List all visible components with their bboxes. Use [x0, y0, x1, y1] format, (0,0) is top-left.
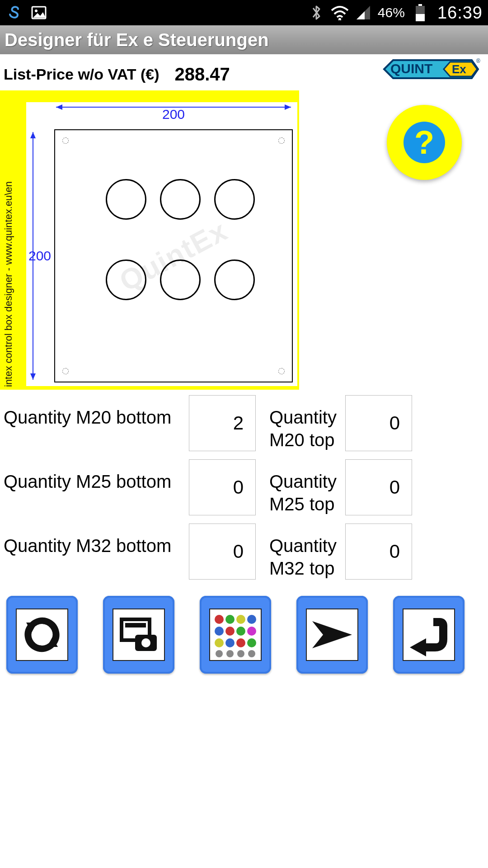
- wifi-icon: [331, 4, 349, 22]
- diagram-frame: intex control box designer - www.quintex…: [0, 90, 299, 390]
- svg-point-19: [236, 615, 245, 624]
- gland-hole: [106, 179, 146, 220]
- svg-point-23: [236, 627, 245, 636]
- svg-point-30: [226, 650, 234, 657]
- svg-marker-33: [312, 621, 352, 648]
- gland-hole: [214, 259, 255, 300]
- battery-percent: 46%: [378, 5, 405, 20]
- components-icon: [209, 609, 262, 661]
- svg-point-27: [236, 638, 245, 647]
- label-m25-bottom: Quantity M25 bottom: [4, 459, 189, 493]
- gland-hole: [214, 179, 255, 220]
- input-m25-top[interactable]: 0: [345, 459, 412, 515]
- label-m20-bottom: Quantity M20 bottom: [4, 395, 189, 429]
- svg-point-18: [225, 615, 235, 624]
- dimension-left: 200: [26, 129, 53, 382]
- back-button[interactable]: [393, 596, 465, 674]
- send-icon: [306, 609, 358, 661]
- help-button[interactable]: ?: [387, 105, 462, 180]
- svg-point-22: [225, 627, 235, 636]
- help-icon: ?: [404, 122, 445, 163]
- screenshot-button[interactable]: [103, 596, 174, 674]
- signal-icon: [354, 4, 372, 22]
- price-value: 288.47: [174, 64, 230, 85]
- svg-point-1: [35, 9, 38, 12]
- label-m25-top: Quantity M25 top: [269, 459, 345, 515]
- quintex-logo: QUINT Ex ®: [381, 57, 481, 83]
- svg-rect-3: [418, 4, 422, 6]
- gland-hole: [160, 179, 201, 220]
- dimension-top: 200: [54, 103, 293, 125]
- input-m20-top[interactable]: 0: [345, 395, 412, 451]
- input-m32-bottom[interactable]: 0: [189, 524, 256, 580]
- svg-point-31: [237, 650, 244, 657]
- send-button[interactable]: [296, 596, 368, 674]
- refresh-icon: [16, 609, 68, 661]
- clock: 16:39: [437, 3, 483, 23]
- input-m25-bottom[interactable]: 0: [189, 459, 256, 515]
- svg-point-17: [215, 615, 224, 624]
- back-icon: [403, 609, 455, 661]
- label-m32-top: Quantity M32 top: [269, 524, 345, 580]
- refresh-button[interactable]: [6, 596, 78, 674]
- svg-point-26: [225, 638, 235, 647]
- toolbar: [0, 588, 488, 682]
- screenshot-icon: [113, 609, 165, 661]
- gland-hole: [106, 259, 146, 300]
- input-m32-top[interactable]: 0: [345, 524, 412, 580]
- input-m20-bottom[interactable]: 2: [189, 395, 256, 451]
- label-m32-bottom: Quantity M32 bottom: [4, 524, 189, 557]
- battery-icon: [411, 4, 429, 22]
- gland-hole: [160, 259, 201, 300]
- svg-text:Ex: Ex: [452, 62, 466, 76]
- svg-point-25: [215, 638, 224, 647]
- svg-point-28: [247, 638, 256, 647]
- diagram-side-caption: intex control box designer - www.quintex…: [2, 95, 18, 385]
- label-m20-top: Quantity M20 top: [269, 395, 345, 451]
- app-title: Designer für Ex e Steuerungen: [5, 30, 269, 50]
- status-bar: 46% 16:39: [0, 0, 488, 25]
- components-button[interactable]: [200, 596, 271, 674]
- svg-point-29: [216, 650, 223, 657]
- svg-text:QUINT: QUINT: [390, 61, 432, 76]
- svg-point-32: [248, 650, 255, 657]
- price-row: List-Price w/o VAT (€) 288.47 QUINT Ex ®: [0, 54, 488, 90]
- app-title-bar: Designer für Ex e Steuerungen: [0, 25, 488, 54]
- svg-marker-34: [410, 638, 426, 656]
- app-s-icon: [5, 4, 23, 22]
- svg-text:®: ®: [476, 58, 480, 64]
- image-icon: [30, 4, 48, 22]
- svg-point-24: [247, 627, 256, 636]
- svg-rect-5: [416, 14, 425, 21]
- svg-point-16: [141, 638, 150, 647]
- svg-point-21: [215, 627, 224, 636]
- quantity-grid: Quantity M20 bottom 2 Quantity M20 top 0…: [0, 395, 488, 580]
- svg-rect-14: [125, 623, 146, 627]
- price-label: List-Price w/o VAT (€): [4, 66, 159, 83]
- svg-point-20: [247, 615, 256, 624]
- bluetooth-icon: [307, 4, 325, 22]
- diagram-area: intex control box designer - www.quintex…: [0, 90, 488, 390]
- enclosure-outline: QuintEx: [54, 129, 293, 382]
